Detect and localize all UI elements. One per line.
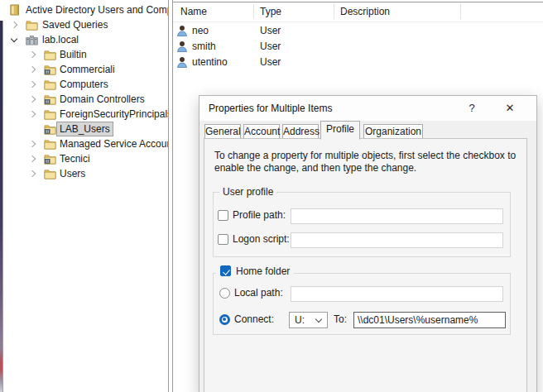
home-folder-to-input[interactable] — [353, 312, 506, 328]
chevron-right-icon[interactable] — [29, 170, 36, 176]
column-header-name[interactable]: Name — [180, 2, 207, 22]
chevron-right-icon[interactable] — [29, 65, 36, 72]
tree-item-root[interactable]: Active Directory Users and Computers — [3, 2, 168, 17]
folder-icon — [44, 49, 56, 60]
chevron-down-icon[interactable] — [11, 35, 17, 41]
tab-organization[interactable]: Organization — [363, 124, 423, 139]
logon-script-input[interactable] — [291, 232, 503, 248]
home-folder-group-label: Home folder — [216, 264, 294, 278]
domain-icon — [26, 34, 38, 45]
user-profile-group-label: User profile — [219, 186, 276, 198]
tree-item-label: lab.local — [42, 32, 79, 47]
tab-address[interactable]: Address — [282, 124, 319, 139]
tree-item-label: Tecnici — [60, 151, 90, 166]
list-cell-type: User — [260, 39, 281, 55]
tree-item-builtin[interactable]: Builtin — [3, 47, 168, 62]
chevron-right-icon[interactable] — [29, 140, 36, 146]
aduc-window: Active Directory Users and Computers Sav… — [0, 0, 543, 392]
column-header-description[interactable]: Description — [340, 2, 390, 22]
dialog-title: Properties for Multiple Items — [209, 96, 332, 121]
list-row-neo[interactable]: neo User — [173, 23, 543, 39]
tree-item-label: Builtin — [60, 47, 87, 62]
tree-item-label: Commerciali — [60, 62, 115, 77]
column-header-type[interactable]: Type — [260, 2, 281, 22]
folder-icon — [44, 138, 56, 150]
tree-item-label: Computers — [60, 77, 108, 92]
user-icon — [176, 56, 188, 69]
list-cell-name: neo — [192, 23, 209, 39]
close-icon[interactable]: ✕ — [499, 98, 521, 118]
tree-item-label: Users — [60, 166, 85, 181]
tree-item-managed-service-accounts[interactable]: Managed Service Accounts — [3, 136, 168, 151]
folder-icon — [44, 79, 56, 90]
tab-account[interactable]: Account — [243, 124, 280, 139]
header-bottom-border — [173, 22, 543, 22]
ou-folder-icon — [44, 93, 56, 105]
local-path-radio[interactable] — [219, 288, 230, 299]
tree-item-domain-controllers[interactable]: Domain Controllers — [3, 92, 168, 107]
connect-radio[interactable] — [219, 314, 230, 325]
to-label: To: — [334, 313, 347, 326]
column-divider[interactable] — [334, 4, 334, 19]
list-cell-name: utentino — [192, 55, 228, 70]
profile-path-label: Profile path: — [233, 209, 286, 222]
tab-profile[interactable]: Profile — [320, 121, 360, 140]
console-tree-pane: Active Directory Users and Computers Sav… — [3, 0, 168, 392]
list-row-utentino[interactable]: utentino User — [173, 55, 543, 70]
tree-item-saved-queries[interactable]: Saved Queries — [3, 17, 168, 32]
dialog-title-bar[interactable]: Properties for Multiple Items ? ✕ — [199, 96, 536, 121]
home-folder-label: Home folder — [236, 265, 290, 277]
tree-item-computers[interactable]: Computers — [3, 77, 168, 92]
tree-item-label: ForeignSecurityPrincipals — [60, 107, 168, 122]
column-divider[interactable] — [253, 4, 254, 19]
local-path-input[interactable] — [291, 286, 503, 302]
chevron-right-icon[interactable] — [29, 110, 36, 117]
list-cell-name: smith — [192, 39, 216, 55]
chevron-down-icon — [315, 316, 322, 323]
tree-item-lab-local[interactable]: lab.local — [3, 32, 168, 47]
logon-script-label: Logon script: — [233, 233, 290, 246]
local-path-label: Local path: — [234, 287, 283, 299]
ou-folder-icon — [44, 123, 56, 135]
drive-letter-select[interactable]: U: — [289, 312, 328, 328]
dialog-description-line2: enable the change, and then type the cha… — [214, 162, 517, 174]
folder-icon — [44, 168, 56, 179]
connect-label: Connect: — [234, 313, 274, 326]
list-cell-type: User — [260, 55, 281, 70]
profile-path-input[interactable] — [291, 208, 503, 224]
chevron-right-icon[interactable] — [29, 80, 36, 87]
properties-dialog: Properties for Multiple Items ? ✕ Genera… — [199, 95, 537, 392]
tree-item-tecnici[interactable]: Tecnici — [3, 151, 168, 166]
ou-folder-icon — [44, 64, 56, 75]
list-cell-type: User — [260, 23, 281, 39]
home-folder-checkbox[interactable] — [220, 265, 231, 276]
directory-root-icon — [8, 4, 21, 16]
help-button[interactable]: ? — [461, 98, 483, 118]
drive-letter-value: U: — [295, 313, 305, 327]
chevron-right-icon[interactable] — [29, 155, 36, 161]
list-row-smith[interactable]: smith User — [173, 39, 543, 55]
logon-script-checkbox[interactable] — [218, 234, 228, 245]
tree-item-label: Active Directory Users and Computers — [26, 2, 168, 17]
chevron-right-icon[interactable] — [11, 21, 17, 27]
folder-icon — [26, 19, 38, 31]
chevron-right-icon[interactable] — [29, 95, 36, 102]
tree-item-label: Saved Queries — [42, 17, 108, 32]
profile-path-checkbox[interactable] — [218, 210, 228, 221]
ou-folder-icon — [44, 153, 56, 165]
pane-divider[interactable] — [168, 0, 169, 392]
folder-icon — [44, 108, 56, 120]
tree-item-lab-users[interactable]: LAB_Users — [3, 122, 168, 136]
tree-item-label-selected: LAB_Users — [56, 122, 113, 136]
dialog-description-line1: To change a property for multiple object… — [214, 150, 517, 162]
column-divider[interactable] — [460, 4, 461, 19]
tree-item-label: Domain Controllers — [60, 92, 145, 107]
tree-item-label: Managed Service Accounts — [60, 136, 168, 151]
tree-item-foreign-security-principals[interactable]: ForeignSecurityPrincipals — [3, 107, 168, 122]
user-icon — [176, 25, 188, 37]
chevron-right-icon[interactable] — [29, 50, 36, 57]
user-icon — [176, 41, 188, 53]
tab-general[interactable]: General — [204, 124, 241, 139]
tree-item-users[interactable]: Users — [3, 166, 168, 181]
tree-item-commerciali[interactable]: Commerciali — [3, 62, 168, 77]
